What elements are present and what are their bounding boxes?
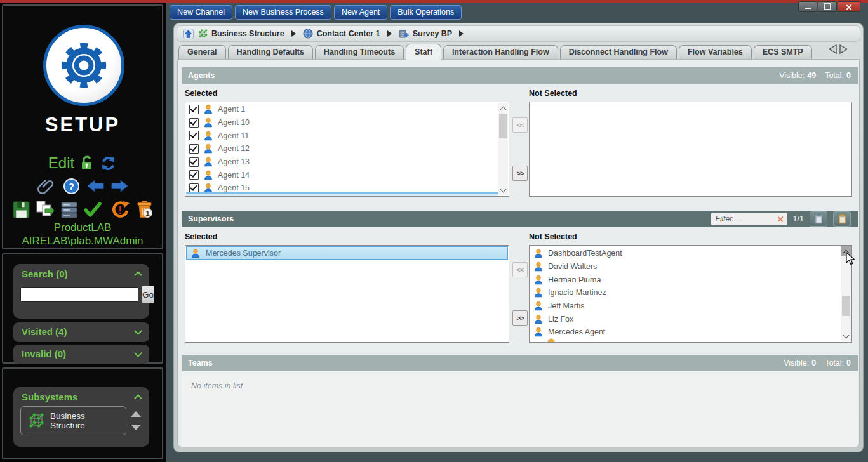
agents-add-button[interactable]: >> — [512, 166, 528, 181]
agents-selected-list[interactable]: Agent 1 Agent 10 — [185, 102, 509, 197]
person-icon — [533, 301, 544, 311]
toolbar-button[interactable]: New Agent — [334, 5, 387, 20]
trash-icon[interactable]: 1 — [135, 200, 154, 219]
tab[interactable]: Flow Variables — [679, 45, 752, 59]
edit-button[interactable]: Edit — [48, 154, 74, 172]
search-title: Search (0) — [22, 268, 68, 279]
tab[interactable]: Handling Timeouts — [315, 45, 404, 59]
breadcrumb-separator-icon[interactable] — [291, 30, 296, 37]
validate-check-icon[interactable] — [83, 201, 102, 218]
help-icon[interactable]: ? — [63, 178, 80, 195]
clipboard-copy-icon — [813, 213, 824, 225]
server-icon[interactable] — [60, 201, 79, 219]
invalid-panel[interactable]: Invalid (0) — [13, 345, 149, 364]
checkbox-checked[interactable] — [189, 118, 199, 128]
supervisor-row[interactable]: Jeff Martis — [530, 300, 851, 313]
agents-remove-button[interactable]: << — [512, 117, 528, 133]
tab[interactable]: Disconnect Handling Flow — [560, 45, 677, 59]
scroll-up-button[interactable] — [498, 103, 508, 113]
supervisor-row[interactable]: Mercedes Agent — [530, 326, 851, 339]
tab[interactable]: General — [178, 45, 226, 59]
checkbox-checked[interactable] — [189, 170, 199, 180]
agent-row[interactable]: Agent 12 — [185, 142, 509, 155]
agent-row[interactable]: Agent 11 — [185, 129, 509, 142]
tab-scroll-right-icon[interactable] — [839, 44, 848, 55]
search-go-button[interactable]: Go — [142, 286, 154, 303]
scroll-up-button[interactable] — [841, 246, 851, 256]
supervisor-row[interactable]: David Walters — [530, 260, 851, 274]
supervisors-remove-button[interactable]: << — [512, 262, 528, 277]
breadcrumb-item-contact-center[interactable]: Contact Center 1 — [303, 29, 380, 39]
agent-row[interactable]: Agent 13 — [185, 155, 509, 169]
minimize-button[interactable] — [798, 1, 817, 12]
visited-panel[interactable]: Visited (4) — [13, 322, 149, 342]
unlock-icon[interactable] — [80, 155, 94, 171]
agents-not-selected-list[interactable] — [529, 102, 852, 197]
agents-not-selected-label: Not Selected — [529, 89, 577, 98]
subsystems-header[interactable]: Subsystems — [13, 387, 149, 405]
checkbox-checked[interactable] — [189, 183, 199, 193]
supervisor-row[interactable]: Liz Fox — [530, 312, 851, 326]
supervisors-add-button[interactable]: >> — [512, 310, 528, 326]
search-input[interactable] — [20, 287, 138, 302]
breadcrumb-item-business-structure[interactable]: Business Structure — [197, 29, 284, 39]
gear-icon — [56, 37, 112, 93]
scroll-down-icon[interactable] — [131, 425, 141, 430]
teams-empty-text: No items in list — [191, 381, 243, 390]
supervisors-scrollbar[interactable] — [841, 246, 851, 341]
scroll-thumb[interactable] — [842, 296, 850, 316]
person-icon — [533, 248, 544, 258]
breadcrumb-item-survey-bp[interactable]: Survey BP — [399, 29, 453, 39]
top-toolbar: New ChannelNew Business ProcessNew Agent… — [166, 3, 868, 22]
copy-documents-icon[interactable] — [35, 200, 55, 219]
scroll-down-button[interactable] — [498, 185, 508, 195]
supervisors-selected-list[interactable]: Mercedes Supervisor — [185, 245, 509, 343]
checkbox-checked[interactable] — [189, 157, 199, 167]
forward-arrow-icon[interactable] — [111, 180, 128, 192]
agent-row[interactable]: Agent 1 — [185, 103, 509, 116]
pending-refresh-icon[interactable]: ! — [111, 200, 131, 219]
checkbox-checked[interactable] — [189, 144, 199, 154]
checkbox-checked[interactable] — [189, 131, 199, 140]
toolbar-button[interactable]: Bulk Operations — [390, 5, 462, 20]
paste-button[interactable] — [833, 211, 851, 227]
scroll-thumb[interactable] — [499, 114, 507, 138]
filter-input[interactable] — [714, 214, 777, 224]
save-icon[interactable] — [12, 201, 30, 219]
attachment-icon[interactable] — [37, 176, 56, 195]
close-button[interactable] — [838, 1, 860, 12]
supervisor-row[interactable]: Ignacio Martinez — [530, 286, 851, 300]
toolbar-button[interactable]: New Business Process — [235, 5, 331, 20]
breadcrumb-separator-icon[interactable] — [459, 30, 464, 37]
tab[interactable]: Interaction Handling Flow — [443, 45, 558, 59]
tab[interactable]: Staff — [406, 44, 441, 60]
agent-row[interactable]: Agent 15 — [185, 182, 509, 195]
tab-scroll-left-icon[interactable] — [828, 44, 838, 55]
toolbar-button[interactable]: New Channel — [170, 5, 232, 20]
copy-button[interactable] — [810, 211, 827, 227]
supervisor-row[interactable]: DashboardTestAgent — [530, 247, 851, 260]
supervisor-row-selected[interactable]: Mercedes Supervisor — [186, 246, 508, 260]
refresh-icon[interactable] — [100, 155, 117, 172]
scroll-up-icon[interactable] — [131, 411, 141, 417]
tab[interactable]: ECS SMTP — [754, 45, 812, 59]
navigate-up-icon[interactable] — [183, 29, 194, 39]
agents-scrollbar[interactable] — [498, 103, 508, 195]
search-panel-header[interactable]: Search (0) — [13, 264, 149, 282]
supervisors-not-selected-list[interactable]: DashboardTestAgent David Walters — [529, 245, 852, 343]
tab[interactable]: Handling Defaults — [228, 45, 313, 59]
filter-clear-icon[interactable] — [777, 216, 784, 223]
agent-row[interactable]: Agent 14 — [185, 168, 509, 182]
maximize-icon — [824, 3, 831, 10]
scroll-down-button[interactable] — [841, 331, 851, 341]
maximize-button[interactable] — [818, 1, 837, 12]
subsystem-item-business-structure[interactable]: Business Structure — [20, 406, 126, 435]
breadcrumb-separator-icon[interactable] — [387, 30, 392, 37]
supervisor-row[interactable]: Herman Piuma — [530, 273, 851, 286]
agent-row[interactable]: Agent 10 — [185, 116, 509, 129]
back-arrow-icon[interactable] — [87, 180, 104, 192]
person-icon — [203, 183, 213, 193]
expand-icon — [134, 327, 142, 335]
person-icon — [203, 131, 213, 141]
checkbox-checked[interactable] — [189, 105, 199, 114]
